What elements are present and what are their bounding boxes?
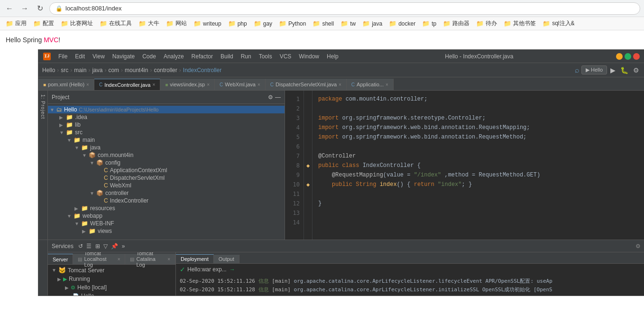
- menu-tools[interactable]: Tools: [255, 51, 276, 62]
- tab-dispatcherservletxml[interactable]: C DispatcherServletXml.java ×: [266, 79, 347, 90]
- menu-navigate[interactable]: Navigate: [109, 51, 138, 62]
- tab-close-webxml[interactable]: ×: [258, 82, 260, 87]
- services-tab-catalina-log[interactable]: ▤ Tomcat Catalina Log ×: [125, 254, 175, 264]
- build-button[interactable]: ⚙: [632, 66, 641, 74]
- srv-expand-icon[interactable]: ⊞: [95, 243, 100, 250]
- back-button[interactable]: ←: [4, 3, 15, 14]
- menu-view[interactable]: View: [89, 51, 109, 62]
- bookmark-writeup[interactable]: 📁 writeup: [191, 19, 224, 28]
- menu-code[interactable]: Code: [138, 51, 160, 62]
- services-tab-localhost-log[interactable]: ▤ Tomcat Localhost Log ×: [73, 254, 125, 264]
- search-icon[interactable]: ⌕: [575, 66, 580, 74]
- services-tree-running[interactable]: ▶ ▶ Running: [48, 275, 175, 283]
- refresh-button[interactable]: ↻: [34, 3, 46, 14]
- srv-pin-icon[interactable]: 📌: [111, 243, 118, 250]
- tree-item-appcontextxml[interactable]: C ApplicationContextXml: [48, 167, 285, 174]
- bookmark-config[interactable]: 📁 配置: [30, 19, 57, 28]
- breadcrumb-indexcontroller[interactable]: IndexController: [183, 67, 221, 74]
- run-config-button[interactable]: ▶ Hello: [581, 65, 607, 74]
- menu-refactor[interactable]: Refactor: [188, 51, 217, 62]
- tab-close-viewsindex[interactable]: ×: [207, 82, 210, 87]
- bookmark-contest[interactable]: 📁 比赛网址: [58, 19, 96, 28]
- tree-item-main[interactable]: ▼ 📁 main: [48, 136, 285, 144]
- bookmark-todo[interactable]: 📁 待办: [473, 19, 500, 28]
- menu-edit[interactable]: Edit: [71, 51, 89, 62]
- srv-refresh-icon[interactable]: ↺: [78, 243, 83, 250]
- tree-item-dispatcherservletxml[interactable]: C DispatcherServletXml: [48, 174, 285, 182]
- breadcrumb-hello[interactable]: Hello: [42, 67, 55, 74]
- tab-close-pomxml[interactable]: ×: [86, 82, 89, 87]
- services-settings-icon[interactable]: ⚙: [635, 243, 641, 250]
- code-content[interactable]: package com.mount4in.controller; import …: [313, 91, 644, 240]
- bookmark-gay[interactable]: 📁 gay: [251, 19, 275, 28]
- bookmark-java[interactable]: 📁 java: [359, 19, 385, 28]
- bookmark-router[interactable]: 📁 路由器: [440, 19, 472, 28]
- debug-button[interactable]: 🐛: [619, 66, 630, 74]
- deployment-item[interactable]: ✓ Hello:war exp... →: [180, 266, 641, 273]
- tab-close-catalina[interactable]: ×: [167, 257, 170, 262]
- bookmark-php[interactable]: 📁 php: [225, 19, 250, 28]
- tab-close-indexcontroller[interactable]: ×: [152, 82, 155, 87]
- tree-item-java-folder[interactable]: ▼ 📁 java: [48, 144, 285, 151]
- menu-build[interactable]: Build: [217, 51, 237, 62]
- services-tree-hello-local[interactable]: ▶ ⚙ Hello [local]: [48, 283, 175, 292]
- services-tab-server[interactable]: Server: [48, 254, 73, 264]
- deployment-tab[interactable]: Deployment: [176, 254, 214, 263]
- tree-item-resources[interactable]: ▶ 📁 resources: [48, 204, 285, 212]
- project-panel-label[interactable]: 1: Project: [40, 91, 46, 119]
- tree-item-controller[interactable]: ▼ 📦 controller: [48, 189, 285, 197]
- bookmark-apps[interactable]: 📁 应用: [3, 19, 29, 28]
- srv-collapse-icon[interactable]: ☰: [86, 243, 92, 250]
- minimize-button[interactable]: [616, 53, 623, 60]
- tab-close-application[interactable]: ×: [386, 82, 388, 87]
- srv-more-icon[interactable]: »: [122, 243, 125, 250]
- tab-close-dispatcherservletxml[interactable]: ×: [339, 82, 341, 87]
- menu-file[interactable]: File: [55, 51, 71, 62]
- maximize-button[interactable]: [625, 53, 631, 60]
- code-editor[interactable]: 1 2 3 4 5 6 7 8 9 10 11 12 13 14: [285, 91, 644, 240]
- tree-item-config[interactable]: ▼ 📦 config: [48, 159, 285, 167]
- run-button[interactable]: ▶: [609, 66, 617, 74]
- tree-item-indexcontroller[interactable]: C IndexController: [48, 197, 285, 204]
- breadcrumb-src[interactable]: src: [61, 67, 68, 74]
- breadcrumb-java[interactable]: java: [92, 67, 102, 74]
- tree-item-com-mount4in[interactable]: ▼ 📦 com.mount4in: [48, 151, 285, 159]
- srv-filter-icon[interactable]: ▽: [103, 243, 108, 250]
- services-tree-hello[interactable]: 📄 Hello: [48, 292, 175, 296]
- bookmark-daniu[interactable]: 📁 大牛: [136, 19, 162, 28]
- output-tab[interactable]: Output: [214, 255, 239, 263]
- bookmark-shell[interactable]: 📁 shell: [310, 19, 337, 28]
- menu-vcs[interactable]: VCS: [276, 51, 295, 62]
- bookmark-tw[interactable]: 📁 tw: [338, 19, 359, 28]
- bookmark-website[interactable]: 📁 网站: [163, 19, 190, 28]
- bookmark-sql[interactable]: 📁 sql注入&: [540, 19, 577, 28]
- menu-window[interactable]: Window: [295, 51, 323, 62]
- project-collapse-icon[interactable]: —: [275, 94, 281, 101]
- bookmark-tools[interactable]: 📁 在线工具: [97, 19, 135, 28]
- tab-viewsindex[interactable]: ■ views\index.jsp ×: [160, 79, 215, 90]
- tree-item-webinf[interactable]: ▼ 📁 WEB-INF: [48, 220, 285, 227]
- tree-item-views[interactable]: ▶ 📁 views: [48, 227, 285, 235]
- tab-indexcontroller[interactable]: C IndexController.java ×: [94, 79, 160, 90]
- tree-item-idea[interactable]: ▶ 📁 .idea: [48, 113, 285, 121]
- tab-pomxml[interactable]: ■ pom.xml (Hello) ×: [38, 79, 94, 90]
- close-button[interactable]: [633, 53, 640, 60]
- tree-item-webapp[interactable]: ▼ 📁 webapp: [48, 212, 285, 220]
- breadcrumb-main[interactable]: main: [74, 67, 86, 74]
- tab-application[interactable]: C Applicatio... ×: [347, 79, 394, 90]
- tree-item-src[interactable]: ▼ 📁 src: [48, 129, 285, 136]
- breadcrumb-com[interactable]: com: [108, 67, 119, 74]
- bookmark-tp[interactable]: 📁 tp: [419, 19, 439, 28]
- address-bar[interactable]: 🔒 localhost:8081/index: [49, 2, 640, 15]
- tree-item-webxml[interactable]: C WebXml: [48, 182, 285, 189]
- breadcrumb-mount4in[interactable]: mount4in: [125, 67, 148, 74]
- bookmark-docker[interactable]: 📁 docker: [386, 19, 418, 28]
- tree-item-lib[interactable]: ▶ 📁 lib: [48, 121, 285, 129]
- tree-item-hello[interactable]: ▼ 🗂 Hello C:\Users\admin\IdeaProjects\He…: [48, 106, 285, 113]
- project-settings-icon[interactable]: ⚙: [268, 94, 273, 101]
- breadcrumb-controller[interactable]: controller: [154, 67, 177, 74]
- tab-close-localhost[interactable]: ×: [118, 257, 120, 262]
- tab-webxml[interactable]: C WebXml.java ×: [215, 79, 266, 90]
- forward-button[interactable]: →: [19, 3, 30, 14]
- bookmark-python[interactable]: 📁 Python: [276, 19, 309, 28]
